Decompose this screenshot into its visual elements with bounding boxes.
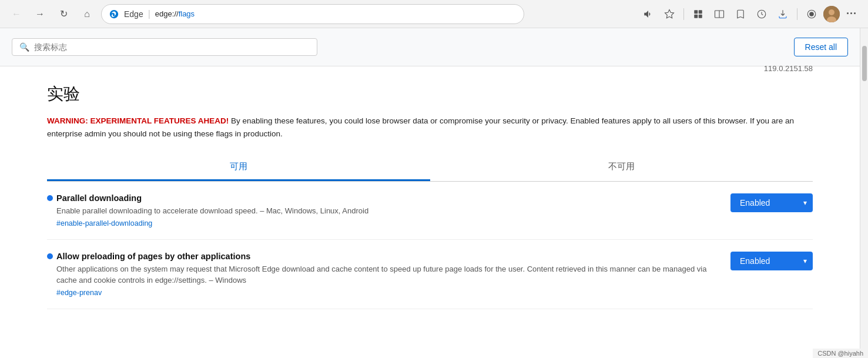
scrollbar-track[interactable] — [860, 28, 868, 358]
copilot-icon[interactable] — [802, 5, 821, 24]
svg-rect-0 — [694, 10, 698, 14]
read-aloud-icon[interactable] — [639, 5, 658, 24]
tabs-row: 可用 不可用 — [47, 154, 813, 182]
tab-unavailable[interactable]: 不可用 — [430, 154, 813, 181]
svg-rect-3 — [699, 14, 702, 18]
main-area: 🔍 Reset all 实验 119.0.2151.58 WARNING: EX… — [0, 28, 860, 358]
toolbar-divider-2 — [797, 8, 797, 20]
reset-all-button[interactable]: Reset all — [794, 38, 848, 56]
statusbar: CSDN @hiyahh — [813, 349, 868, 358]
edge-logo-icon — [109, 9, 119, 19]
version-label: 119.0.2151.58 — [764, 64, 813, 73]
search-icon: 🔍 — [19, 42, 29, 52]
search-box-container: 🔍 — [12, 38, 317, 56]
flag-item-allow-preloading: Allow preloading of pages by other appli… — [47, 240, 813, 309]
svg-point-7 — [809, 12, 814, 16]
url-prefix: edge:// — [155, 9, 179, 18]
downloads-icon[interactable] — [773, 5, 792, 24]
address-divider: | — [148, 9, 150, 19]
flag-title-1: Parallel downloading — [47, 193, 719, 203]
flag-dot-2 — [47, 253, 53, 259]
svg-rect-1 — [699, 10, 702, 14]
forward-button[interactable]: → — [31, 5, 49, 24]
svg-point-10 — [829, 9, 835, 15]
flag-select-wrapper-1: Default Enabled Disabled — [730, 193, 813, 212]
scrollbar-thumb[interactable] — [862, 46, 867, 81]
split-screen-icon[interactable] — [710, 5, 729, 24]
flag-select-wrapper-2: Default Enabled Disabled — [730, 252, 813, 270]
browser-chrome: ← → ↻ ⌂ Edge | edge://flags — [0, 0, 868, 28]
flag-item-parallel-downloading: Parallel downloading Enable parallel dow… — [47, 182, 813, 240]
flag-desc-1: Enable parallel downloading to accelerat… — [47, 205, 719, 217]
search-input[interactable] — [34, 42, 310, 52]
search-area: 🔍 Reset all — [0, 28, 860, 66]
flag-link-1[interactable]: #enable-parallel-downloading — [47, 219, 719, 227]
home-button[interactable]: ⌂ — [78, 5, 96, 24]
flag-link-2[interactable]: #edge-prenav — [47, 289, 719, 297]
flag-select-1[interactable]: Default Enabled Disabled — [730, 193, 813, 212]
refresh-button[interactable]: ↻ — [54, 5, 73, 24]
flag-title-2: Allow preloading of pages by other appli… — [47, 252, 719, 261]
address-bar[interactable]: Edge | edge://flags — [101, 4, 524, 24]
warning-prefix: WARNING: EXPERIMENTAL FEATURES AHEAD! — [47, 116, 229, 125]
favorites-icon[interactable] — [731, 5, 750, 24]
flag-select-2[interactable]: Default Enabled Disabled — [730, 252, 813, 270]
avatar[interactable] — [823, 6, 840, 22]
extensions-icon[interactable] — [689, 5, 708, 24]
address-url[interactable]: edge://flags — [155, 9, 195, 18]
flags-list: Parallel downloading Enable parallel dow… — [47, 182, 813, 309]
flag-left-1: Parallel downloading Enable parallel dow… — [47, 193, 719, 227]
favorite-icon[interactable] — [660, 5, 679, 24]
tab-available[interactable]: 可用 — [47, 154, 430, 181]
flag-desc-2: Other applications on the system may req… — [47, 263, 719, 286]
browser-name-label: Edge — [124, 9, 143, 19]
settings-more-icon[interactable]: ··· — [842, 5, 861, 24]
svg-rect-2 — [694, 14, 698, 18]
page-content: 🔍 Reset all 实验 119.0.2151.58 WARNING: EX… — [0, 28, 868, 358]
warning-block: WARNING: EXPERIMENTAL FEATURES AHEAD! By… — [47, 115, 813, 140]
flag-dot-1 — [47, 195, 53, 201]
toolbar-icons: ··· — [639, 5, 861, 24]
flag-left-2: Allow preloading of pages by other appli… — [47, 252, 719, 297]
toolbar-divider-1 — [683, 8, 684, 20]
page-title: 实验 — [47, 83, 80, 105]
content-area: 实验 119.0.2151.58 WARNING: EXPERIMENTAL F… — [0, 66, 860, 321]
back-button[interactable]: ← — [7, 5, 26, 24]
url-page: flags — [179, 9, 195, 18]
history-icon[interactable] — [752, 5, 771, 24]
